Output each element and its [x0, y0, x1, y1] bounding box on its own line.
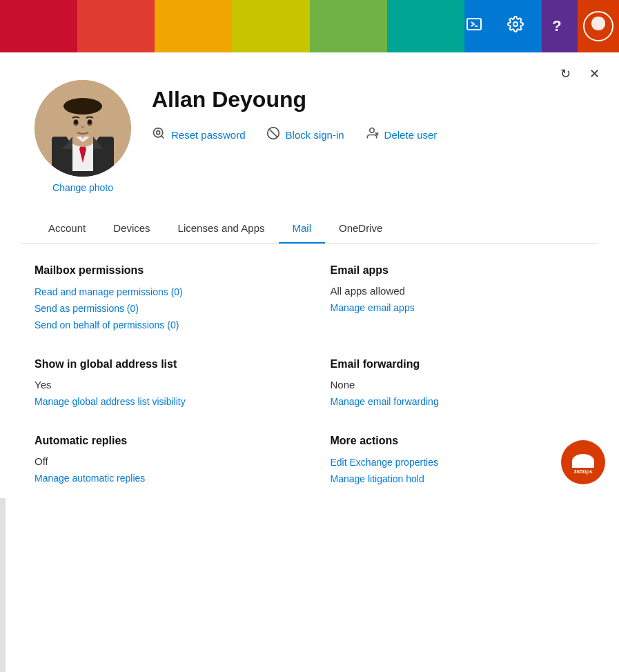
tab-onedrive[interactable]: OneDrive [325, 214, 396, 244]
watermark-circle: 365tips [561, 440, 605, 484]
global-address-title: Show in global address list [35, 358, 289, 370]
rainbow-2 [77, 0, 155, 52]
tab-devices[interactable]: Devices [99, 214, 164, 244]
main-content: ↻ ✕ [0, 52, 619, 498]
svg-point-2 [513, 22, 518, 26]
more-actions-title: More actions [331, 435, 585, 447]
rainbow-4 [232, 0, 309, 52]
terminal-icon [466, 16, 482, 37]
send-as-permissions-link[interactable]: Send as permissions (0) [35, 303, 289, 314]
svg-text:365tips: 365tips [573, 468, 593, 475]
email-forwarding-section: Email forwarding None Manage email forwa… [331, 358, 585, 407]
svg-point-13 [88, 120, 92, 125]
automatic-replies-title: Automatic replies [35, 435, 289, 447]
profile-photo [35, 80, 131, 177]
top-bar: ? [0, 0, 619, 52]
refresh-icon: ↻ [560, 66, 571, 81]
mailbox-permissions-section: Mailbox permissions Read and manage perm… [35, 264, 289, 330]
email-apps-section: Email apps All apps allowed Manage email… [331, 264, 585, 330]
profile-name: Allan Deyoung [152, 87, 437, 112]
tabs-section: Account Devices Licenses and Apps Mail O… [21, 214, 598, 244]
reset-password-link[interactable]: Reset password [152, 126, 246, 144]
manage-global-address-link[interactable]: Manage global address list visibility [35, 396, 289, 407]
content-grid: Mailbox permissions Read and manage perm… [21, 264, 598, 484]
profile-photo-area: Change photo [35, 80, 131, 193]
svg-point-22 [369, 128, 374, 133]
profile-section: Change photo Allan Deyoung Reset passwor… [21, 66, 598, 214]
refresh-button[interactable]: ↻ [554, 63, 576, 85]
close-icon: ✕ [589, 66, 600, 81]
tab-mail[interactable]: Mail [279, 214, 326, 244]
top-icons: ? [453, 0, 619, 52]
manage-email-apps-link[interactable]: Manage email apps [331, 302, 585, 313]
email-forwarding-value: None [331, 379, 585, 391]
block-sign-in-label: Block sign-in [286, 129, 344, 141]
more-actions-section: More actions Edit Exchange properties Ma… [331, 435, 585, 484]
svg-rect-29 [572, 461, 594, 468]
delete-user-label: Delete user [384, 129, 438, 141]
edit-exchange-properties-link[interactable]: Edit Exchange properties [331, 457, 585, 468]
manage-litigation-hold-link[interactable]: Manage litigation hold [331, 473, 585, 484]
tab-account[interactable]: Account [35, 214, 99, 244]
svg-line-21 [269, 129, 277, 137]
mailbox-permissions-title: Mailbox permissions [35, 264, 289, 277]
block-sign-in-link[interactable]: Block sign-in [266, 126, 344, 144]
settings-button[interactable] [495, 0, 536, 52]
key-icon [152, 126, 166, 144]
email-apps-title: Email apps [331, 264, 585, 277]
profile-info: Allan Deyoung Reset password [152, 80, 437, 144]
rainbow-3 [155, 0, 232, 52]
automatic-replies-section: Automatic replies Off Manage automatic r… [35, 435, 289, 484]
tab-licenses-apps[interactable]: Licenses and Apps [164, 214, 279, 244]
manage-email-forwarding-link[interactable]: Manage email forwarding [331, 396, 585, 407]
rainbow-1 [0, 0, 77, 52]
profile-actions: Reset password Block sign-in [152, 126, 437, 144]
send-on-behalf-permissions-link[interactable]: Send on behalf of permissions (0) [35, 319, 289, 330]
rainbow-5 [310, 0, 387, 52]
global-address-section: Show in global address list Yes Manage g… [35, 358, 289, 407]
avatar [583, 11, 613, 41]
svg-point-17 [154, 128, 163, 137]
manage-automatic-replies-link[interactable]: Manage automatic replies [35, 473, 289, 484]
change-photo-link[interactable]: Change photo [52, 182, 113, 193]
automatic-replies-value: Off [35, 455, 289, 467]
user-avatar-button[interactable] [578, 0, 619, 52]
rainbow-6 [387, 0, 464, 52]
read-manage-permissions-link[interactable]: Read and manage permissions (0) [35, 286, 289, 297]
email-apps-value: All apps allowed [331, 285, 585, 297]
watermark: 365tips [561, 440, 605, 484]
svg-point-12 [74, 120, 78, 125]
global-address-value: Yes [35, 379, 289, 391]
block-icon [266, 126, 280, 144]
reset-password-label: Reset password [171, 129, 246, 141]
svg-point-9 [63, 98, 102, 115]
terminal-button[interactable] [453, 0, 495, 52]
email-forwarding-title: Email forwarding [331, 358, 585, 370]
top-controls: ↻ ✕ [554, 63, 605, 85]
delete-user-icon [365, 126, 379, 144]
svg-point-18 [157, 131, 160, 135]
help-icon: ? [552, 17, 561, 35]
help-button[interactable]: ? [536, 0, 578, 52]
delete-user-link[interactable]: Delete user [365, 126, 438, 144]
gear-icon [507, 16, 524, 37]
close-button[interactable]: ✕ [583, 63, 605, 85]
